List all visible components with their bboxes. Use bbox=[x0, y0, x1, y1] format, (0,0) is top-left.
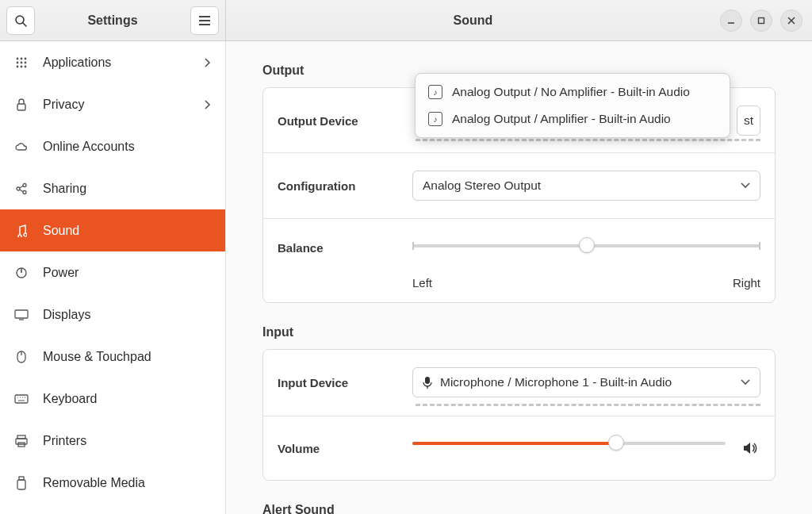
sidebar-item-label: Sound bbox=[43, 224, 79, 238]
alert-section-title: Alert Sound bbox=[262, 503, 776, 514]
chevron-down-icon bbox=[741, 379, 750, 386]
settings-window: Settings Sound Applications bbox=[0, 0, 812, 514]
svg-point-15 bbox=[17, 65, 19, 67]
speaker-icon bbox=[743, 442, 760, 455]
maximize-icon bbox=[757, 17, 765, 25]
svg-line-22 bbox=[20, 186, 24, 188]
svg-rect-40 bbox=[17, 480, 25, 489]
option-label: Analog Output / Amplifier - Built-in Aud… bbox=[452, 112, 671, 126]
balance-row: Balance Left Right bbox=[263, 218, 775, 302]
titlebar-left: Settings bbox=[0, 0, 226, 40]
window-controls bbox=[720, 10, 812, 32]
lock-icon bbox=[14, 98, 29, 111]
sidebar-item-label: Mouse & Touchpad bbox=[43, 350, 151, 364]
minimize-icon bbox=[727, 17, 735, 25]
svg-rect-26 bbox=[15, 310, 28, 318]
audio-card-icon: ♪ bbox=[428, 85, 442, 99]
mouse-icon bbox=[14, 351, 29, 363]
sidebar-item-removable-media[interactable]: Removable Media bbox=[0, 462, 225, 504]
keyboard-icon bbox=[14, 394, 29, 404]
input-volume-row: Volume bbox=[263, 416, 775, 480]
configuration-combo[interactable]: Analog Stereo Output bbox=[412, 171, 760, 201]
search-button[interactable] bbox=[6, 6, 35, 35]
sidebar-item-applications[interactable]: Applications bbox=[0, 41, 225, 83]
sidebar-item-label: Sharing bbox=[43, 182, 86, 196]
balance-left-label: Left bbox=[412, 276, 432, 290]
audio-card-icon: ♪ bbox=[428, 112, 442, 126]
maximize-button[interactable] bbox=[750, 10, 772, 32]
sidebar-item-label: Displays bbox=[43, 308, 90, 322]
input-panel: Input Device Microphone / Microphone 1 -… bbox=[262, 349, 776, 481]
input-device-combo[interactable]: Microphone / Microphone 1 - Built-in Aud… bbox=[412, 367, 760, 397]
sidebar-item-keyboard[interactable]: Keyboard bbox=[0, 378, 225, 420]
minimize-button[interactable] bbox=[720, 10, 742, 32]
svg-line-23 bbox=[20, 190, 24, 192]
search-icon bbox=[14, 14, 27, 27]
svg-point-17 bbox=[25, 65, 27, 67]
sidebar: Applications Privacy Online Accounts bbox=[0, 41, 226, 514]
output-device-option[interactable]: ♪ Analog Output / Amplifier - Built-in A… bbox=[416, 105, 730, 132]
output-device-dropdown: ♪ Analog Output / No Amplifier - Built-i… bbox=[415, 73, 730, 138]
option-label: Analog Output / No Amplifier - Built-in … bbox=[452, 85, 690, 99]
sidebar-item-online-accounts[interactable]: Online Accounts bbox=[0, 125, 225, 167]
configuration-label: Configuration bbox=[278, 179, 412, 193]
input-device-row: Input Device Microphone / Microphone 1 -… bbox=[263, 350, 775, 415]
svg-rect-30 bbox=[15, 395, 28, 403]
svg-rect-37 bbox=[16, 439, 27, 444]
svg-point-21 bbox=[23, 190, 26, 194]
sidebar-item-sound[interactable]: Sound bbox=[0, 209, 225, 251]
titlebar: Settings Sound bbox=[0, 0, 812, 41]
sidebar-item-power[interactable]: Power bbox=[0, 251, 225, 293]
svg-rect-6 bbox=[759, 17, 764, 23]
balance-slider[interactable] bbox=[412, 236, 760, 265]
share-icon bbox=[14, 182, 29, 195]
output-device-option[interactable]: ♪ Analog Output / No Amplifier - Built-i… bbox=[416, 79, 730, 105]
printer-icon bbox=[14, 435, 29, 447]
titlebar-settings-label: Settings bbox=[40, 13, 186, 28]
configuration-row: Configuration Analog Stereo Output bbox=[263, 152, 775, 218]
chevron-right-icon bbox=[205, 100, 211, 109]
sidebar-item-label: Power bbox=[43, 266, 79, 280]
chevron-down-icon bbox=[741, 182, 750, 189]
svg-point-14 bbox=[25, 61, 27, 63]
svg-rect-18 bbox=[17, 104, 25, 110]
chevron-right-icon bbox=[205, 58, 211, 67]
sidebar-item-label: Printers bbox=[43, 434, 86, 448]
input-device-label: Input Device bbox=[278, 376, 412, 389]
input-section-title: Input bbox=[262, 325, 776, 339]
microphone-icon bbox=[423, 376, 432, 389]
close-button[interactable] bbox=[780, 10, 802, 32]
balance-right-label: Right bbox=[733, 276, 760, 290]
hamburger-icon bbox=[198, 15, 211, 26]
svg-point-10 bbox=[21, 57, 23, 59]
hamburger-button[interactable] bbox=[190, 6, 219, 35]
svg-line-1 bbox=[23, 23, 26, 26]
sidebar-item-sharing[interactable]: Sharing bbox=[0, 167, 225, 209]
sidebar-item-label: Privacy bbox=[43, 98, 84, 112]
power-icon bbox=[14, 267, 29, 279]
sidebar-item-privacy[interactable]: Privacy bbox=[0, 83, 225, 125]
input-volume-label: Volume bbox=[278, 442, 412, 455]
grid-icon bbox=[14, 57, 29, 68]
svg-point-11 bbox=[25, 57, 27, 59]
svg-point-12 bbox=[17, 61, 19, 63]
svg-point-20 bbox=[23, 183, 26, 186]
music-icon bbox=[14, 224, 29, 237]
usb-icon bbox=[14, 476, 29, 490]
input-volume-slider[interactable] bbox=[412, 434, 726, 462]
display-icon bbox=[14, 309, 29, 320]
sidebar-item-label: Applications bbox=[43, 56, 111, 70]
svg-rect-41 bbox=[425, 377, 430, 384]
close-icon bbox=[787, 17, 795, 25]
svg-point-19 bbox=[17, 187, 20, 190]
sidebar-item-mouse-touchpad[interactable]: Mouse & Touchpad bbox=[0, 336, 225, 378]
test-speakers-button[interactable]: st bbox=[737, 105, 760, 136]
svg-point-9 bbox=[17, 57, 19, 59]
input-device-value: Microphone / Microphone 1 - Built-in Aud… bbox=[440, 375, 672, 389]
sidebar-item-displays[interactable]: Displays bbox=[0, 293, 225, 336]
sidebar-item-label: Removable Media bbox=[43, 476, 145, 490]
sidebar-item-printers[interactable]: Printers bbox=[0, 420, 225, 462]
balance-label: Balance bbox=[278, 236, 412, 255]
configuration-value: Analog Stereo Output bbox=[423, 178, 541, 193]
page-title: Sound bbox=[226, 13, 720, 28]
